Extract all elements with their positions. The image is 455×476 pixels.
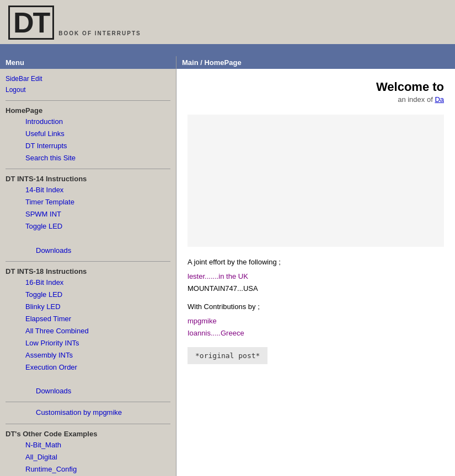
nav-low-priority[interactable]: Low Priority INTs — [6, 337, 170, 349]
divider-4 — [6, 402, 170, 402]
section-other: DT's Other Code Examples — [6, 430, 170, 438]
sidebar-content: SideBar Edit Logout HomePage Introductio… — [0, 69, 176, 476]
contributor-mountain: MOUNTAIN747...USA — [188, 283, 444, 295]
section-ints14: DT INTS-14 Instructions — [6, 175, 170, 183]
nav-16bit-index[interactable]: 16-Bit Index — [6, 277, 170, 289]
logo: DT — [8, 6, 54, 40]
contributor-lester[interactable]: lester.......in the UK — [188, 271, 444, 283]
logo-subtitle: BOOK OF INTERRUPTS — [58, 30, 141, 36]
nav-spwm-int[interactable]: SPWM INT — [6, 208, 170, 220]
nav-timer-template[interactable]: Timer Template — [6, 196, 170, 208]
subtitle-link[interactable]: Da — [435, 95, 444, 104]
content-image — [188, 115, 444, 247]
nav-blinky-led[interactable]: Blinky LED — [6, 301, 170, 313]
nav-assembly-ints[interactable]: Assembly INTs — [6, 349, 170, 361]
nav-all-digital[interactable]: All_Digital — [6, 451, 170, 463]
contributions-section: With Contributions by ; mpgmike Ioannis.… — [188, 302, 444, 339]
divider-3 — [6, 261, 170, 262]
header: DT BOOK OF INTERRUPTS — [0, 0, 455, 44]
content-area: Main / HomePage Welcome to an index of D… — [176, 56, 455, 476]
section-homepage: HomePage — [6, 106, 170, 115]
contributor-mpgmike[interactable]: mpgmike — [188, 315, 444, 327]
nav-elapsed-timer[interactable]: Elapsed Timer — [6, 313, 170, 325]
contributions-text: With Contributions by ; — [188, 302, 444, 311]
nav-downloads-18[interactable]: Downloads — [6, 385, 170, 397]
subtitle-prefix: an index of — [398, 95, 435, 104]
nav-toggle-led-18[interactable]: Toggle LED — [6, 289, 170, 301]
nav-all-three-combined[interactable]: All Three Combined — [6, 325, 170, 337]
nav-introduction[interactable]: Introduction — [6, 116, 170, 128]
sidebar: Menu SideBar Edit Logout HomePage Introd… — [0, 56, 176, 476]
welcome-title: Welcome to — [188, 80, 444, 94]
divider-5 — [6, 424, 170, 424]
content-header: Main / HomePage — [176, 56, 455, 69]
sidebar-header: Menu — [0, 56, 176, 69]
logo-letters: DT — [13, 7, 49, 39]
divider-1 — [6, 100, 170, 101]
content-body: Welcome to an index of Da A joint effort… — [176, 69, 455, 375]
nav-useful-links[interactable]: Useful Links — [6, 128, 170, 140]
nav-bar — [0, 44, 455, 56]
nav-toggle-led-14[interactable]: Toggle LED — [6, 220, 170, 232]
divider-2 — [6, 169, 170, 169]
nav-14bit-index[interactable]: 14-Bit Index — [6, 184, 170, 196]
section-ints18: DT INTS-18 Instructions — [6, 267, 170, 275]
nav-dt-interrupts[interactable]: DT Interrupts — [6, 140, 170, 152]
welcome-text: Welcome to — [376, 80, 444, 94]
nav-customisation[interactable]: Customisation by mpgmike — [6, 407, 170, 419]
contributor-ioannis[interactable]: Ioannis.....Greece — [188, 327, 444, 339]
nav-runtime-config[interactable]: Runtime_Config — [6, 463, 170, 475]
nav-execution-order[interactable]: Execution Order — [6, 361, 170, 374]
nav-search[interactable]: Search this Site — [6, 152, 170, 164]
welcome-subtitle: an index of Da — [188, 95, 444, 104]
nav-downloads-14[interactable]: Downloads — [6, 245, 170, 257]
logout-link[interactable]: Logout — [6, 84, 170, 95]
sidebar-edit-link[interactable]: SideBar Edit — [6, 73, 170, 84]
joint-effort-text: A joint effort by the following ; — [188, 258, 444, 266]
nav-nbit-math[interactable]: N-Bit_Math — [6, 439, 170, 451]
original-post: *original post* — [188, 347, 267, 364]
main-layout: Menu SideBar Edit Logout HomePage Introd… — [0, 56, 455, 476]
